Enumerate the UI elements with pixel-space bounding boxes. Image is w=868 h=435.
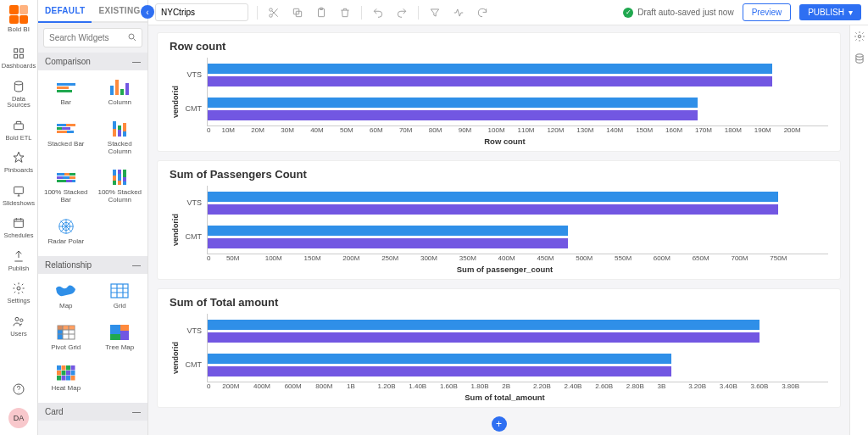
- avatar[interactable]: DA: [8, 408, 29, 428]
- collapse-icon: —: [132, 260, 141, 270]
- svg-rect-30: [66, 371, 70, 376]
- svg-rect-6: [14, 187, 24, 193]
- svg-rect-29: [61, 371, 65, 376]
- svg-rect-24: [57, 365, 61, 371]
- widget-stacked-column[interactable]: Stacked Column: [94, 115, 147, 163]
- svg-rect-23: [110, 334, 120, 340]
- widget-column[interactable]: Column: [94, 74, 147, 114]
- chart-row: VTS: [181, 58, 828, 92]
- widget-stacked-bar[interactable]: Stacked Bar: [40, 115, 92, 163]
- collapse-panel-icon[interactable]: ‹: [141, 5, 154, 19]
- refresh-icon[interactable]: [475, 5, 490, 20]
- x-axis-label: Row count: [181, 137, 828, 146]
- theme-icon[interactable]: [451, 5, 466, 20]
- collapse-icon: —: [132, 407, 141, 416]
- svg-rect-27: [70, 365, 75, 371]
- bar-series-2: [208, 238, 568, 248]
- svg-rect-35: [70, 376, 75, 381]
- nav-rail: Bold BI DashboardsData SourcesBold ETLPi…: [0, 0, 38, 435]
- nav-users[interactable]: Users: [0, 310, 37, 343]
- bar-series-1: [208, 226, 568, 236]
- tab-existing[interactable]: EXISTING: [92, 0, 147, 21]
- bar-series-1: [208, 64, 772, 74]
- widget-100-stacked-bar[interactable]: 100% Stacked Bar: [40, 164, 92, 211]
- svg-rect-28: [57, 371, 61, 376]
- svg-point-12: [19, 392, 19, 393]
- svg-point-42: [858, 35, 861, 38]
- widget-map[interactable]: Map: [40, 277, 92, 317]
- svg-point-8: [17, 287, 20, 290]
- chart-card-2[interactable]: Sum of Total amount vendorid VTS CMT 020…: [157, 288, 841, 408]
- filter-icon[interactable]: [427, 5, 442, 20]
- logo: [9, 5, 28, 24]
- preview-button[interactable]: Preview: [743, 3, 792, 21]
- widget-bar[interactable]: Bar: [40, 74, 92, 114]
- nav-schedules[interactable]: Schedules: [0, 211, 37, 244]
- bar-series-2: [208, 204, 778, 215]
- nav-dashboards[interactable]: Dashboards: [0, 42, 37, 75]
- search-icon[interactable]: [127, 32, 137, 44]
- publish-label: PUBLISH: [808, 8, 844, 17]
- bar-series-1: [208, 354, 671, 364]
- svg-rect-34: [66, 376, 70, 381]
- widget-radar-polar[interactable]: Radar Polar: [40, 213, 92, 253]
- nav-pinboards[interactable]: Pinboards: [0, 146, 37, 179]
- help-button[interactable]: [0, 377, 37, 401]
- publish-button[interactable]: PUBLISH ▾: [799, 4, 861, 20]
- svg-point-43: [855, 54, 862, 58]
- widget-panel: DEFAULT EXISTING ‹ Comparison—BarColumnS…: [38, 0, 148, 435]
- chart-row: CMT: [181, 92, 828, 125]
- widget-tree-map[interactable]: Tree Map: [94, 319, 147, 359]
- x-axis-label: Sum of total_amount: [181, 393, 828, 402]
- bar-series-2: [208, 332, 760, 343]
- y-axis-label: vendorid: [170, 86, 181, 118]
- nav-bold-etl[interactable]: Bold ETL: [0, 114, 37, 147]
- svg-rect-33: [61, 376, 65, 381]
- widget-100-stacked-column[interactable]: 100% Stacked Column: [94, 164, 147, 211]
- chart-title: Sum of Passengers Count: [170, 168, 828, 181]
- section-card[interactable]: Card—: [38, 403, 147, 421]
- paste-icon[interactable]: [314, 5, 329, 20]
- section-relationship[interactable]: Relationship—: [38, 256, 147, 274]
- bar-series-2: [208, 366, 671, 376]
- bar-series-2: [208, 110, 698, 120]
- canvas[interactable]: Row count vendorid VTS CMT 010M20M30M40M…: [148, 25, 849, 435]
- bar-series-1: [208, 192, 778, 202]
- cut-icon[interactable]: [266, 5, 281, 20]
- redo-icon[interactable]: [394, 5, 409, 20]
- nav-slideshows[interactable]: Slideshows: [0, 179, 37, 212]
- widget-grid[interactable]: Grid: [94, 277, 147, 317]
- bar-series-1: [208, 98, 698, 108]
- dashboard-title-input[interactable]: [155, 3, 248, 21]
- delete-icon[interactable]: [337, 5, 353, 20]
- copy-icon[interactable]: [290, 5, 305, 20]
- undo-icon[interactable]: [370, 5, 386, 20]
- nav-publish[interactable]: Publish: [0, 244, 37, 277]
- svg-point-10: [20, 319, 23, 321]
- svg-rect-32: [57, 376, 61, 381]
- chart-card-0[interactable]: Row count vendorid VTS CMT 010M20M30M40M…: [157, 32, 841, 152]
- properties-icon[interactable]: [854, 31, 865, 44]
- nav-settings[interactable]: Settings: [0, 276, 37, 310]
- chart-title: Sum of Total amount: [170, 296, 828, 309]
- chart-title: Row count: [170, 40, 828, 53]
- status-text: Draft auto-saved just now: [637, 8, 733, 17]
- widget-heat-map[interactable]: Heat Map: [40, 360, 92, 399]
- svg-rect-1: [19, 49, 23, 53]
- chart-row: VTS: [181, 314, 828, 348]
- add-tab-button[interactable]: +: [492, 416, 507, 432]
- chart-row: CMT: [181, 348, 828, 382]
- svg-rect-25: [61, 365, 65, 371]
- svg-rect-20: [110, 325, 120, 334]
- section-comparison[interactable]: Comparison—: [38, 53, 147, 70]
- chart-card-1[interactable]: Sum of Passengers Count vendorid VTS CMT…: [157, 160, 841, 280]
- chart-row: VTS: [181, 186, 828, 220]
- svg-point-9: [15, 317, 19, 321]
- nav-data-sources[interactable]: Data Sources: [0, 75, 37, 114]
- svg-rect-5: [14, 124, 24, 130]
- data-icon[interactable]: [854, 53, 865, 66]
- tab-default[interactable]: DEFAULT: [38, 0, 92, 23]
- main-area: ✓ Draft auto-saved just now Preview PUBL…: [148, 0, 868, 435]
- widget-pivot-grid[interactable]: Pivot Grid: [40, 319, 92, 359]
- svg-rect-26: [66, 365, 70, 371]
